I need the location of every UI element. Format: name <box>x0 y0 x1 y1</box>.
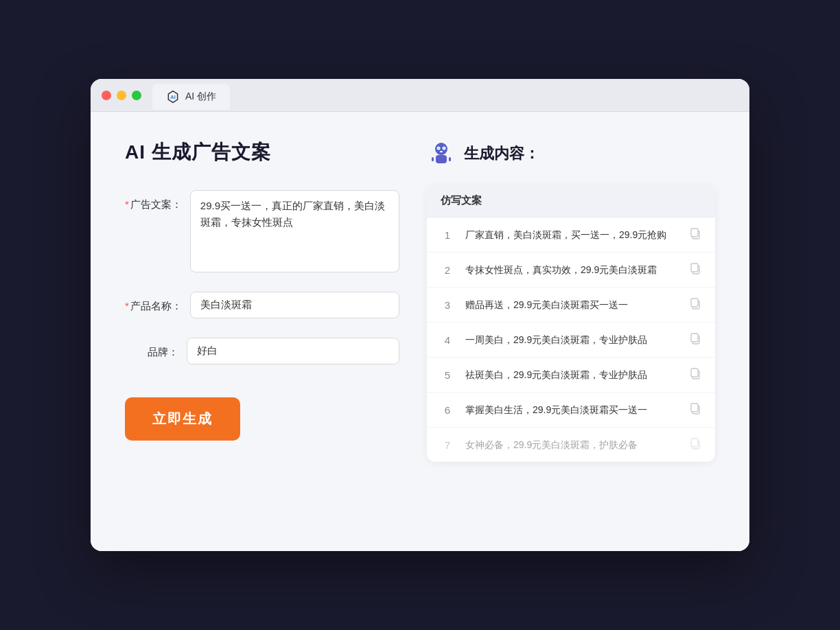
row-number: 6 <box>441 404 454 416</box>
product-name-input[interactable] <box>190 292 399 318</box>
browser-window: AI AI 创作 AI 生成广告文案 *广告文案： *产品 <box>91 79 749 551</box>
row-text: 掌握美白生活，29.9元美白淡斑霜买一送一 <box>465 403 678 417</box>
table-row: 1厂家直销，美白淡斑霜，买一送一，29.9元抢购 <box>427 218 715 253</box>
svg-text:AI: AI <box>170 94 176 100</box>
browser-titlebar: AI AI 创作 <box>91 79 749 112</box>
ai-tab-icon: AI <box>166 90 180 104</box>
copy-icon[interactable] <box>689 402 701 417</box>
right-panel: 生成内容： 仿写文案 1厂家直销，美白淡斑霜，买一送一，29.9元抢购 2专抹女… <box>427 139 715 462</box>
tab-label: AI 创作 <box>185 91 216 103</box>
svg-rect-7 <box>432 157 434 161</box>
brand-label: 品牌： <box>125 338 187 360</box>
copy-icon[interactable] <box>689 367 701 382</box>
result-title: 生成内容： <box>464 143 539 164</box>
generate-button[interactable]: 立即生成 <box>125 397 240 441</box>
svg-point-12 <box>443 148 445 149</box>
svg-rect-6 <box>440 151 443 152</box>
copy-icon[interactable] <box>689 297 701 312</box>
left-panel: AI 生成广告文案 *广告文案： *产品名称： 品 <box>125 139 399 462</box>
svg-rect-14 <box>691 229 698 237</box>
row-text: 专抹女性斑点，真实功效，29.9元美白淡斑霜 <box>465 263 678 277</box>
svg-rect-26 <box>691 439 698 447</box>
svg-rect-18 <box>691 299 698 307</box>
browser-tab[interactable]: AI AI 创作 <box>152 84 230 110</box>
close-button[interactable] <box>102 91 111 100</box>
required-star-ad: * <box>125 198 129 210</box>
required-star-product: * <box>125 300 129 312</box>
row-number: 7 <box>441 439 454 451</box>
svg-rect-3 <box>436 155 447 163</box>
row-text: 赠品再送，29.9元美白淡斑霜买一送一 <box>465 298 678 312</box>
table-row: 3赠品再送，29.9元美白淡斑霜买一送一 <box>427 288 715 323</box>
ad-copy-input[interactable] <box>190 190 399 272</box>
row-number: 2 <box>441 264 454 276</box>
table-row: 6掌握美白生活，29.9元美白淡斑霜买一送一 <box>427 393 715 428</box>
row-number: 5 <box>441 369 454 381</box>
table-row: 2专抹女性斑点，真实功效，29.9元美白淡斑霜 <box>427 253 715 288</box>
row-text: 祛斑美白，29.9元美白淡斑霜，专业护肤品 <box>465 368 678 382</box>
svg-point-11 <box>438 148 439 149</box>
table-row: 4一周美白，29.9元美白淡斑霜，专业护肤品 <box>427 323 715 358</box>
row-text: 女神必备，29.9元美白淡斑霜，护肤必备 <box>465 438 678 452</box>
result-table: 仿写文案 1厂家直销，美白淡斑霜，买一送一，29.9元抢购 2专抹女性斑点，真实… <box>427 185 715 462</box>
svg-rect-20 <box>691 334 698 342</box>
svg-rect-16 <box>691 264 698 272</box>
main-layout: AI 生成广告文案 *广告文案： *产品名称： 品 <box>125 139 715 462</box>
page-title: AI 生成广告文案 <box>125 139 399 165</box>
traffic-lights <box>102 91 141 100</box>
ad-copy-field-group: *广告文案： <box>125 190 399 272</box>
result-header: 生成内容： <box>427 139 715 168</box>
robot-icon <box>427 139 456 168</box>
brand-field-group: 品牌： <box>125 338 399 364</box>
svg-rect-22 <box>691 369 698 377</box>
svg-rect-8 <box>449 157 451 161</box>
copy-icon[interactable] <box>689 437 701 452</box>
ad-copy-label: *广告文案： <box>125 190 190 213</box>
maximize-button[interactable] <box>132 91 141 100</box>
table-row: 7女神必备，29.9元美白淡斑霜，护肤必备 <box>427 428 715 462</box>
product-name-field-group: *产品名称： <box>125 292 399 318</box>
svg-rect-24 <box>691 404 698 412</box>
copy-icon[interactable] <box>689 332 701 347</box>
brand-input[interactable] <box>187 338 399 364</box>
copy-icon[interactable] <box>689 262 701 277</box>
product-name-label: *产品名称： <box>125 292 190 314</box>
copy-icon[interactable] <box>689 227 701 242</box>
row-number: 4 <box>441 334 454 346</box>
table-column-header: 仿写文案 <box>427 185 715 218</box>
row-number: 1 <box>441 229 454 241</box>
row-text: 一周美白，29.9元美白淡斑霜，专业护肤品 <box>465 333 678 347</box>
row-text: 厂家直销，美白淡斑霜，买一送一，29.9元抢购 <box>465 228 678 242</box>
content-area: AI 生成广告文案 *广告文案： *产品名称： 品 <box>91 112 749 551</box>
minimize-button[interactable] <box>117 91 126 100</box>
table-row: 5祛斑美白，29.9元美白淡斑霜，专业护肤品 <box>427 358 715 393</box>
row-number: 3 <box>441 299 454 311</box>
